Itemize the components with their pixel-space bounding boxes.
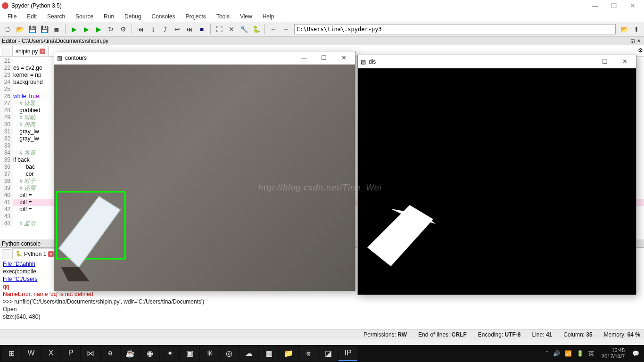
- menu-help[interactable]: Help: [258, 12, 279, 21]
- rerun-icon[interactable]: ↻: [105, 24, 116, 35]
- contours-image: [54, 65, 355, 291]
- network-icon[interactable]: 📶: [565, 350, 572, 357]
- maximize-icon[interactable]: ⛶: [214, 24, 225, 35]
- bug-icon[interactable]: ☣: [299, 346, 318, 361]
- misc-icon[interactable]: ◪: [319, 346, 338, 361]
- vm-icon[interactable]: ▣: [180, 346, 199, 361]
- up-icon[interactable]: ⬆: [631, 24, 642, 35]
- new-file-icon[interactable]: 🗋: [2, 24, 13, 35]
- stop-icon[interactable]: ■: [196, 24, 207, 35]
- editor-pane-path: Editor - C:\Users\tina\Documents\shipin.…: [2, 38, 108, 44]
- menu-source[interactable]: Source: [71, 12, 98, 21]
- ie-icon[interactable]: e: [101, 346, 120, 361]
- toolbar-separator: [132, 24, 132, 34]
- dis-minimize-button[interactable]: —: [577, 58, 594, 65]
- editor-tab[interactable]: shipin.py ×: [12, 46, 49, 56]
- chrome-icon[interactable]: ◎: [220, 346, 239, 361]
- run-config-icon[interactable]: ⚙: [117, 24, 129, 35]
- ime-icon[interactable]: 英: [588, 350, 594, 358]
- taskbar-clock[interactable]: 10:452017/10/7: [599, 347, 627, 360]
- console-tab-close-icon[interactable]: ×: [48, 251, 54, 257]
- outline-icon[interactable]: ≣: [51, 24, 62, 35]
- fullscreen-icon[interactable]: ✕: [226, 24, 237, 35]
- bird-icon[interactable]: ✦: [160, 346, 179, 361]
- sound-icon[interactable]: 🔊: [553, 350, 560, 357]
- powerpoint-icon[interactable]: P: [61, 346, 80, 361]
- folder-icon[interactable]: 📁: [279, 346, 298, 361]
- status-permissions: Permissions: RW: [363, 331, 407, 338]
- battery-icon[interactable]: 🔋: [577, 350, 584, 357]
- python-icon[interactable]: 🐍: [250, 24, 262, 35]
- step-out-icon[interactable]: ⤴: [159, 24, 171, 35]
- toolbar-separator: [210, 24, 211, 34]
- ipy-icon[interactable]: IP: [339, 346, 357, 361]
- step-over-icon[interactable]: ⤵: [147, 24, 158, 35]
- close-button[interactable]: ✕: [623, 2, 642, 9]
- excel-icon[interactable]: X: [41, 346, 60, 361]
- status-column: Column: 35: [563, 331, 592, 338]
- atom-icon[interactable]: ✳: [200, 346, 219, 361]
- vs-icon[interactable]: ⋈: [81, 346, 100, 361]
- toolbar-separator: [264, 24, 265, 34]
- dis-maximize-button[interactable]: ☐: [596, 58, 613, 65]
- menu-tools[interactable]: Tools: [212, 12, 234, 21]
- working-dir-input[interactable]: C:\Users\tina\.spyder-py3: [294, 24, 616, 34]
- saveall-icon[interactable]: 💾: [39, 24, 50, 35]
- contours-close-button[interactable]: ✕: [335, 54, 352, 61]
- action-center-icon[interactable]: 💬: [632, 350, 639, 357]
- minimize-button[interactable]: —: [586, 2, 604, 9]
- pane-undock-icon[interactable]: ◱: [629, 38, 636, 43]
- menu-debug[interactable]: Debug: [120, 12, 146, 21]
- contours-minimize-button[interactable]: —: [296, 54, 313, 61]
- open-file-icon[interactable]: 📂: [14, 24, 25, 35]
- menu-edit[interactable]: Edit: [22, 12, 41, 21]
- svg-marker-1: [59, 197, 120, 267]
- status-memory: Memory: 64 %: [604, 331, 640, 338]
- java-icon[interactable]: ☕: [121, 346, 140, 361]
- back-icon[interactable]: ←: [268, 24, 279, 35]
- run-cell-advance-icon[interactable]: ▶: [93, 24, 104, 35]
- menu-search[interactable]: Search: [42, 12, 70, 21]
- dis-image: [358, 68, 636, 295]
- editor-options-icon[interactable]: ⚙: [638, 47, 643, 54]
- contours-titlebar[interactable]: ▧ contours — ☐ ✕: [54, 51, 355, 65]
- run-icon[interactable]: ▶: [68, 24, 80, 35]
- window-title: Spyder (Python 3.5): [11, 2, 62, 9]
- toolbar-separator: [65, 24, 66, 34]
- word-icon[interactable]: W: [22, 346, 41, 361]
- pycharm-icon[interactable]: ▦: [259, 346, 278, 361]
- editor-tab-close-icon[interactable]: ×: [40, 49, 45, 54]
- preferences-icon[interactable]: 🔧: [238, 24, 249, 35]
- menu-view[interactable]: View: [235, 12, 257, 21]
- run-cell-icon[interactable]: ▶: [81, 24, 92, 35]
- maximize-button[interactable]: ☐: [604, 2, 623, 9]
- menu-run[interactable]: Run: [99, 12, 119, 21]
- forward-icon[interactable]: →: [280, 24, 291, 35]
- start-icon[interactable]: ⊞: [2, 346, 21, 361]
- chevron-up-icon[interactable]: ˄: [545, 350, 548, 357]
- statusbar: Permissions: RW End-of-lines: CRLF Encod…: [0, 329, 644, 339]
- menu-projects[interactable]: Projects: [181, 12, 211, 21]
- dis-titlebar[interactable]: ▧ dis — ☐ ✕: [358, 55, 636, 68]
- contours-window[interactable]: ▧ contours — ☐ ✕: [54, 51, 355, 291]
- windows-taskbar: ⊞WXP⋈e☕◉✦▣✳◎☁▦📁☣◪IP˄🔊📶🔋英10:452017/10/7💬: [0, 345, 644, 362]
- dis-window[interactable]: ▧ dis — ☐ ✕: [357, 55, 636, 295]
- svg-marker-3: [367, 205, 433, 266]
- main-toolbar: 🗋📂💾💾≣▶▶▶↻⚙⏮⤵⤴↩⏭■⛶✕🔧🐍←→C:\Users\tina\.spy…: [0, 22, 644, 37]
- dis-close-button[interactable]: ✕: [616, 58, 633, 65]
- pane-close-icon[interactable]: ✕: [636, 38, 642, 43]
- dis-title: dis: [369, 58, 376, 65]
- contours-maximize-button[interactable]: ☐: [315, 54, 332, 61]
- console-tab-list-button[interactable]: [2, 249, 11, 259]
- menu-file[interactable]: File: [3, 12, 21, 21]
- parent-icon[interactable]: 📂: [619, 24, 630, 35]
- save-icon[interactable]: 💾: [26, 24, 38, 35]
- menu-consoles[interactable]: Consoles: [147, 12, 180, 21]
- step-return-icon[interactable]: ↩: [172, 24, 183, 35]
- tab-list-button[interactable]: [2, 47, 11, 56]
- steam-icon[interactable]: ☁: [239, 346, 258, 361]
- continue-icon[interactable]: ⏭: [184, 24, 195, 35]
- netease-icon[interactable]: ◉: [140, 346, 159, 361]
- step-into-icon[interactable]: ⏮: [135, 24, 146, 35]
- console-tab[interactable]: 🐍 Python 1 ×: [12, 248, 57, 259]
